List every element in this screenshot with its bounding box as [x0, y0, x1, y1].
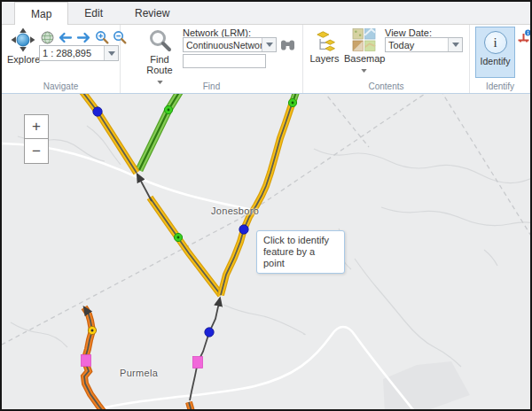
basemap-label: Basemap: [344, 53, 383, 64]
tab-edit[interactable]: Edit: [68, 2, 119, 24]
boundary-lines: [2, 94, 530, 345]
ribbon: Explore: [2, 25, 530, 94]
find-route-button[interactable]: Find Route: [140, 28, 179, 86]
dropdown-caret-icon[interactable]: [262, 38, 276, 51]
place-label-purmela: Purmela: [120, 368, 158, 378]
layers-icon: [313, 43, 337, 53]
basemap-button[interactable]: Basemap: [344, 28, 383, 74]
identify-button-label: Identify: [476, 56, 514, 66]
layers-button[interactable]: Layers: [307, 28, 342, 64]
ribbon-tab-bar: Map Edit Review: [2, 2, 530, 25]
contents-group-label: Contents: [303, 81, 469, 91]
binoculars-icon[interactable]: [280, 38, 295, 55]
explore-icon: [11, 43, 35, 54]
route-input-value: [184, 58, 189, 69]
group-identify: i Identify Identify: [470, 25, 530, 93]
network-lrm-combobox[interactable]: ContinuousNetwork: [183, 37, 277, 52]
group-contents: Layers Basemap: [303, 25, 470, 93]
urban-area-patch: [383, 361, 470, 409]
map-scale-combobox[interactable]: 1 : 288,895: [39, 45, 119, 61]
group-navigate: Explore: [2, 25, 121, 93]
identify-group-label: Identify: [470, 81, 530, 91]
view-date-value: Today: [386, 40, 448, 50]
identify-route-location-icon[interactable]: [517, 29, 532, 47]
pink-square-markers[interactable]: [82, 355, 203, 368]
tab-map[interactable]: Map: [14, 2, 68, 25]
explore-label: Explore: [7, 54, 39, 65]
yellow-point-marker[interactable]: [88, 326, 96, 334]
route-gray-south[interactable]: [190, 299, 220, 400]
network-lrm-value: ContinuousNetwork: [184, 40, 262, 50]
find-route-label: Find Route: [140, 54, 179, 75]
place-label-jonesboro: Jonesboro: [211, 206, 259, 216]
route-green[interactable]: [139, 94, 181, 170]
map-viewport[interactable]: + − Jonesboro Purmela Click to identify …: [2, 94, 530, 409]
identify-button[interactable]: i Identify: [475, 27, 515, 78]
identify-icon: i: [484, 31, 507, 54]
view-date-combobox[interactable]: Today: [385, 37, 463, 52]
find-group-label: Find: [121, 81, 302, 91]
explore-button[interactable]: Explore: [7, 27, 39, 65]
navigate-group-label: Navigate: [2, 81, 120, 91]
dropdown-caret-icon[interactable]: [448, 38, 462, 51]
route-input[interactable]: [183, 54, 266, 68]
map-zoom-control: + −: [24, 114, 49, 164]
route-gray-junction-arrow[interactable]: [137, 174, 152, 201]
layers-label: Layers: [307, 53, 342, 64]
route-yellow-left-arm[interactable]: [150, 198, 221, 295]
group-find: Find Route Network (LRM): ContinuousNetw…: [121, 25, 303, 93]
route-yellow-northwest[interactable]: [81, 94, 137, 173]
route-orange-bottom-stub[interactable]: [189, 402, 192, 409]
app-window: Map Edit Review: [0, 0, 532, 411]
find-route-magnifier-icon: [148, 43, 172, 54]
zoom-in-button[interactable]: +: [24, 114, 49, 139]
basemap-icon: [352, 43, 376, 53]
tab-review[interactable]: Review: [119, 2, 185, 24]
map-scale-value: 1 : 288,895: [40, 48, 104, 58]
basemap-caret-icon: [361, 69, 367, 73]
zoom-out-button[interactable]: −: [24, 139, 49, 164]
dropdown-caret-icon[interactable]: [104, 46, 118, 60]
green-point-markers[interactable]: [164, 98, 296, 241]
identify-tooltip: Click to identify feature by a point: [256, 230, 345, 274]
